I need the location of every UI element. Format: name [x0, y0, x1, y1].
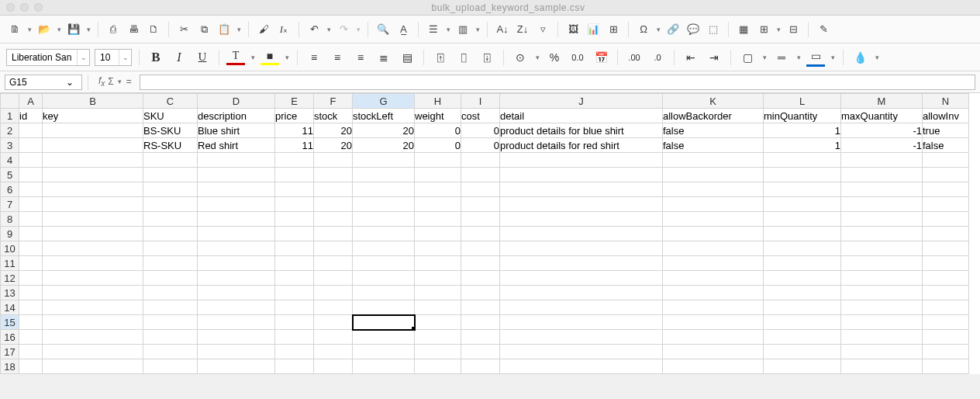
- cell-D11[interactable]: [198, 256, 275, 271]
- cell-C12[interactable]: [143, 271, 198, 286]
- cell-L2[interactable]: 1: [764, 123, 841, 138]
- cell-I16[interactable]: [461, 330, 500, 345]
- cell-G6[interactable]: [353, 182, 415, 197]
- cell-I10[interactable]: [461, 241, 500, 256]
- cell-M4[interactable]: [841, 153, 923, 168]
- save-icon[interactable]: 💾: [65, 21, 82, 38]
- cell-B9[interactable]: [43, 227, 143, 241]
- cell-K15[interactable]: [663, 315, 764, 330]
- cell-F11[interactable]: [314, 256, 353, 271]
- cell-G3[interactable]: 20: [353, 138, 415, 153]
- cell-A7[interactable]: [19, 197, 43, 212]
- cell-H11[interactable]: [415, 256, 461, 271]
- cell-F8[interactable]: [314, 212, 353, 227]
- cell-G5[interactable]: [353, 168, 415, 182]
- cell-B15[interactable]: [43, 315, 143, 330]
- clear-format-icon[interactable]: Iₓ: [275, 21, 292, 38]
- cell-G10[interactable]: [353, 241, 415, 256]
- comment-icon[interactable]: 💬: [685, 21, 702, 38]
- cell-L1[interactable]: minQuantity: [764, 109, 841, 123]
- cell-D7[interactable]: [198, 197, 275, 212]
- border-style-icon[interactable]: ═: [772, 48, 791, 67]
- cell-D2[interactable]: Blue shirt: [198, 123, 275, 138]
- cell-C6[interactable]: [143, 182, 198, 197]
- cell-N17[interactable]: [923, 345, 969, 359]
- cell-H7[interactable]: [415, 197, 461, 212]
- row-icon[interactable]: ☰: [425, 21, 442, 38]
- cell-G8[interactable]: [353, 212, 415, 227]
- freeze-icon[interactable]: ▦: [735, 21, 752, 38]
- cell-L13[interactable]: [764, 286, 841, 300]
- cell-J3[interactable]: product details for red shirt: [500, 138, 663, 153]
- cell-M15[interactable]: [841, 315, 923, 330]
- cell-L5[interactable]: [764, 168, 841, 182]
- conditional-dropdown-icon[interactable]: ▾: [874, 54, 880, 61]
- cell-C7[interactable]: [143, 197, 198, 212]
- cell-D16[interactable]: [198, 330, 275, 345]
- cell-F5[interactable]: [314, 168, 353, 182]
- cell-L12[interactable]: [764, 271, 841, 286]
- cell-K18[interactable]: [663, 359, 764, 374]
- cell-G7[interactable]: [353, 197, 415, 212]
- cell-G2[interactable]: 20: [353, 123, 415, 138]
- cell-N16[interactable]: [923, 330, 969, 345]
- column-header-N[interactable]: N: [923, 94, 969, 109]
- cell-J16[interactable]: [500, 330, 663, 345]
- cell-A16[interactable]: [19, 330, 43, 345]
- column-header-B[interactable]: B: [43, 94, 143, 109]
- clone-format-icon[interactable]: 🖌: [255, 21, 272, 38]
- cell-D18[interactable]: [198, 359, 275, 374]
- image-icon[interactable]: 🖼: [564, 21, 581, 38]
- cell-E12[interactable]: [275, 271, 314, 286]
- cell-N14[interactable]: [923, 300, 969, 315]
- align-left-icon[interactable]: ≡: [305, 48, 323, 67]
- cell-I2[interactable]: 0: [461, 123, 500, 138]
- cell-L4[interactable]: [764, 153, 841, 168]
- headers-icon[interactable]: ⬚: [705, 21, 722, 38]
- cell-H8[interactable]: [415, 212, 461, 227]
- export-pdf-icon[interactable]: ⎙: [105, 21, 122, 38]
- sort-desc-icon[interactable]: Z↓: [514, 21, 531, 38]
- cell-A4[interactable]: [19, 153, 43, 168]
- cell-M2[interactable]: -1: [841, 123, 923, 138]
- cell-L6[interactable]: [764, 182, 841, 197]
- close-window-icon[interactable]: [6, 3, 15, 12]
- select-all-corner[interactable]: [1, 94, 19, 109]
- cell-B10[interactable]: [43, 241, 143, 256]
- cell-E5[interactable]: [275, 168, 314, 182]
- cell-D17[interactable]: [198, 345, 275, 359]
- cell-N18[interactable]: [923, 359, 969, 374]
- cell-G13[interactable]: [353, 286, 415, 300]
- cell-A18[interactable]: [19, 359, 43, 374]
- column-header-M[interactable]: M: [841, 94, 923, 109]
- cell-F18[interactable]: [314, 359, 353, 374]
- cell-N10[interactable]: [923, 241, 969, 256]
- cell-I5[interactable]: [461, 168, 500, 182]
- cell-J9[interactable]: [500, 227, 663, 241]
- cell-D6[interactable]: [198, 182, 275, 197]
- cell-K12[interactable]: [663, 271, 764, 286]
- row-header-12[interactable]: 12: [1, 271, 19, 286]
- cell-I11[interactable]: [461, 256, 500, 271]
- cell-M14[interactable]: [841, 300, 923, 315]
- cell-K4[interactable]: [663, 153, 764, 168]
- cell-B13[interactable]: [43, 286, 143, 300]
- column-header-F[interactable]: F: [314, 94, 353, 109]
- cell-C1[interactable]: SKU: [143, 109, 198, 123]
- indent-dec-icon[interactable]: ⇤: [682, 48, 700, 67]
- cell-B2[interactable]: [43, 123, 143, 138]
- cell-N12[interactable]: [923, 271, 969, 286]
- remove-decimal-icon[interactable]: .0: [648, 48, 667, 67]
- cell-E8[interactable]: [275, 212, 314, 227]
- cell-M3[interactable]: -1: [841, 138, 923, 153]
- spellcheck-icon[interactable]: A̲: [395, 21, 412, 38]
- cell-J12[interactable]: [500, 271, 663, 286]
- row-header-9[interactable]: 9: [1, 227, 19, 241]
- chart-icon[interactable]: 📊: [585, 21, 602, 38]
- font-name-combo[interactable]: ⌄: [6, 49, 90, 66]
- paste-dropdown-icon[interactable]: ▾: [236, 26, 242, 33]
- cell-L8[interactable]: [764, 212, 841, 227]
- borders-dropdown-icon[interactable]: ▾: [761, 54, 768, 61]
- cell-I3[interactable]: 0: [461, 138, 500, 153]
- cell-M13[interactable]: [841, 286, 923, 300]
